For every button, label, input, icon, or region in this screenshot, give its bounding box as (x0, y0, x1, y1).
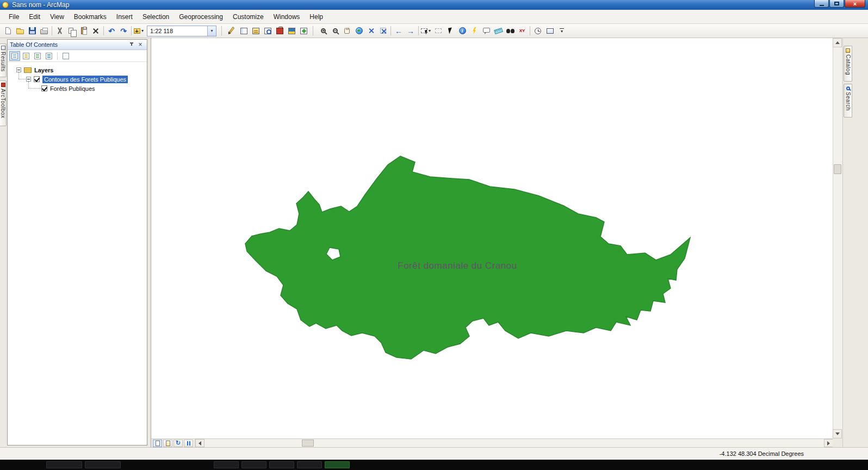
new-document-button[interactable] (2, 25, 14, 37)
maximize-button[interactable] (829, 0, 844, 8)
go-to-xy-button[interactable]: XY (516, 25, 528, 37)
clear-selection-button[interactable] (432, 25, 444, 37)
hyperlink-button[interactable] (468, 25, 480, 37)
scale-dropdown-icon[interactable]: ▾ (207, 26, 216, 36)
fixed-zoom-in-button[interactable] (365, 25, 377, 37)
scroll-down-button[interactable] (833, 429, 842, 438)
taskbar-item[interactable] (46, 461, 82, 468)
go-forward-extent-button[interactable]: → (405, 25, 417, 37)
taskbar-item[interactable] (325, 461, 350, 468)
copy-button[interactable] (66, 25, 78, 37)
zoom-out-icon: − (333, 28, 338, 33)
refresh-view-button[interactable]: ↻ (173, 440, 183, 447)
tab-arctoolbox[interactable]: ArcToolbox (0, 81, 7, 126)
taskbar-item[interactable] (85, 461, 121, 468)
taskbar-item[interactable] (269, 461, 294, 468)
list-by-selection-button[interactable] (44, 51, 54, 61)
list-by-visibility-icon (34, 53, 41, 59)
add-data-button[interactable]: ▾ (133, 25, 145, 37)
vertical-scroll-thumb[interactable] (834, 164, 841, 174)
horizontal-scroll-thumb[interactable] (302, 440, 314, 447)
search-window-button[interactable] (262, 25, 274, 37)
layer-checkbox[interactable] (34, 76, 40, 82)
close-button[interactable]: × (845, 0, 865, 8)
scale-combobox[interactable]: 1:22 118 ▾ (147, 26, 216, 36)
tree-row-layers[interactable]: Layers (8, 65, 147, 75)
paste-button[interactable] (78, 25, 90, 37)
tab-search[interactable]: Search (844, 84, 852, 118)
tab-results[interactable]: Results (0, 44, 7, 77)
taskbar-item[interactable] (241, 461, 266, 468)
cut-button[interactable] (54, 25, 66, 37)
pause-drawing-button[interactable] (184, 440, 193, 447)
delete-button[interactable] (90, 25, 102, 37)
scroll-right-button[interactable] (824, 439, 833, 447)
tab-search-label: Search (845, 92, 851, 111)
save-button[interactable] (26, 25, 38, 37)
catalog-window-button[interactable] (250, 25, 262, 37)
layers-root-label[interactable]: Layers (34, 67, 53, 73)
zoom-in-button[interactable]: + (317, 25, 329, 37)
menu-geoprocessing[interactable]: Geoprocessing (174, 11, 228, 23)
full-extent-button[interactable] (353, 25, 365, 37)
redo-button[interactable]: ↷ (117, 25, 129, 37)
zoom-out-button[interactable]: − (329, 25, 341, 37)
toolbar-grip[interactable] (221, 26, 224, 35)
scroll-up-button[interactable] (833, 38, 842, 47)
python-window-button[interactable] (286, 25, 297, 37)
forest-polygon[interactable] (245, 156, 690, 359)
select-elements-button[interactable] (444, 25, 456, 37)
data-view-button[interactable] (153, 440, 162, 447)
toolbar-overflow-button[interactable]: ▾ (556, 25, 568, 37)
find-button[interactable] (504, 25, 516, 37)
select-features-button[interactable]: ▾ (420, 25, 432, 37)
selected-layer-label[interactable]: Contours des Forets Publiques (42, 76, 128, 83)
list-by-source-button[interactable] (21, 51, 32, 61)
menu-edit[interactable]: Edit (24, 11, 45, 23)
tab-catalog[interactable]: Catalog (844, 46, 852, 82)
sublayer-checkbox[interactable] (41, 85, 47, 91)
taskbar-item[interactable] (297, 461, 322, 468)
pan-button[interactable] (341, 25, 353, 37)
menu-windows[interactable]: Windows (269, 11, 305, 23)
layout-view-button[interactable] (163, 440, 172, 447)
modelbuilder-button[interactable] (297, 25, 309, 37)
horizontal-scrollbar[interactable] (195, 439, 833, 447)
menu-bookmarks[interactable]: Bookmarks (69, 11, 111, 23)
menu-view[interactable]: View (45, 11, 69, 23)
arctoolbox-window-button[interactable] (274, 25, 286, 37)
go-back-extent-button[interactable]: ← (393, 25, 405, 37)
undo-button[interactable]: ↶ (106, 25, 117, 37)
toc-pin-button[interactable] (127, 41, 136, 49)
editor-toolbar-button[interactable] (226, 25, 238, 37)
menu-help[interactable]: Help (305, 11, 328, 23)
map-svg[interactable]: Forêt domaniale du Cranou (151, 38, 833, 438)
vertical-scrollbar[interactable] (833, 38, 842, 438)
time-slider-button[interactable] (532, 25, 544, 37)
fixed-zoom-out-button[interactable] (377, 25, 389, 37)
menu-file[interactable]: File (4, 11, 24, 23)
menu-selection[interactable]: Selection (138, 11, 174, 23)
table-of-contents-window-button[interactable] (238, 25, 250, 37)
collapse-expander-icon[interactable] (26, 77, 31, 82)
print-button[interactable] (38, 25, 50, 37)
menu-customize[interactable]: Customize (228, 11, 269, 23)
map-canvas[interactable]: Forêt domaniale du Cranou (151, 38, 833, 438)
viewer-window-button[interactable] (544, 25, 556, 37)
measure-button[interactable] (492, 25, 504, 37)
toc-options-button[interactable] (60, 51, 71, 61)
add-data-dropdown-icon[interactable]: ▾ (140, 28, 145, 33)
identify-button[interactable]: i (456, 25, 468, 37)
collapse-expander-icon[interactable] (16, 67, 21, 72)
list-by-visibility-button[interactable] (32, 51, 43, 61)
html-popup-button[interactable] (480, 25, 492, 37)
open-button[interactable] (14, 25, 26, 37)
sublayer-label[interactable]: Forêts Publiques (50, 85, 95, 92)
taskbar-item[interactable] (214, 461, 239, 468)
list-by-drawing-order-button[interactable] (9, 51, 20, 61)
minimize-button[interactable] (814, 0, 829, 8)
menu-insert[interactable]: Insert (111, 11, 138, 23)
toolbar-grip[interactable] (313, 26, 315, 35)
toc-close-button[interactable]: × (136, 41, 145, 49)
scroll-left-button[interactable] (195, 439, 204, 447)
